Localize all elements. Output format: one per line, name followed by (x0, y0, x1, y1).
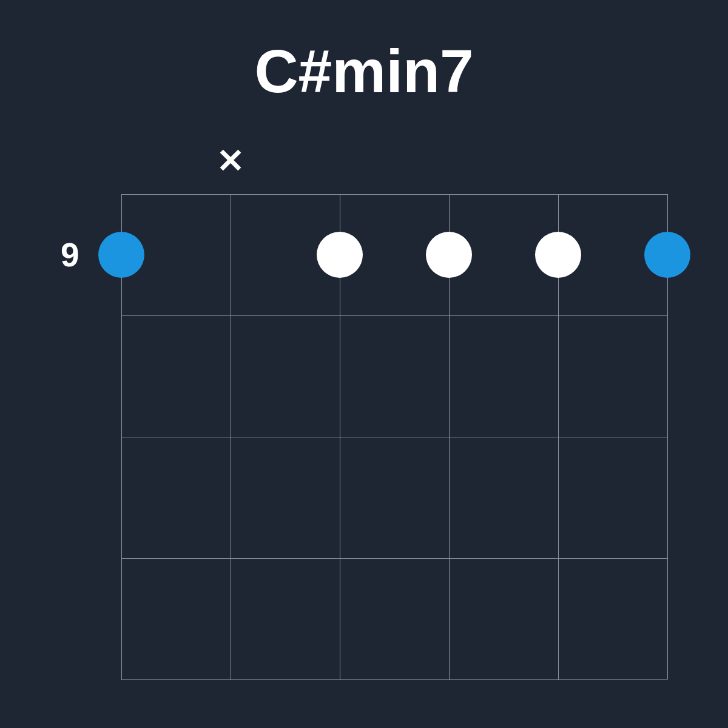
fret-line (121, 315, 667, 316)
finger-dot (535, 232, 581, 278)
muted-string-icon: ✕ (217, 141, 244, 180)
chord-title: C#min7 (254, 36, 473, 106)
starting-fret-label: 9 (61, 235, 79, 274)
fret-line (121, 194, 667, 195)
finger-dot (644, 232, 690, 278)
fret-line (121, 558, 667, 559)
string-line (231, 194, 231, 679)
finger-dot (426, 232, 472, 278)
fret-line (121, 679, 667, 680)
fret-line (121, 437, 667, 437)
chord-fretboard (121, 194, 667, 679)
finger-dot (98, 232, 144, 278)
finger-dot (317, 232, 363, 278)
